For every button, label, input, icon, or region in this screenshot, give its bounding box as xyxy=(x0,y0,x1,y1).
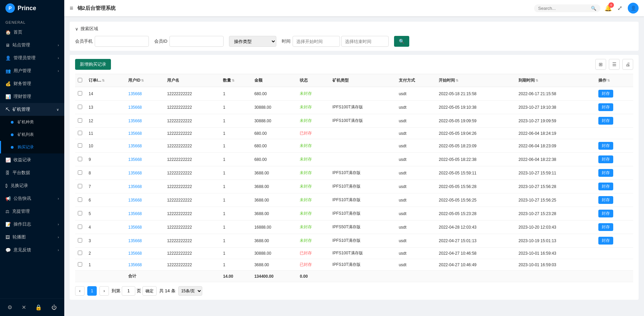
sort-icon: ⇅ xyxy=(607,79,610,82)
dot-icon-active xyxy=(11,146,14,149)
page-1-btn[interactable]: 1 xyxy=(87,286,97,296)
sidebar-item-deposit-mgmt[interactable]: ⚖ 充提管理 xyxy=(0,205,64,218)
operation-type-select[interactable]: 操作类型 xyxy=(229,36,276,47)
sidebar-item-platform-data[interactable]: 🗄 平台数据 xyxy=(0,166,64,179)
row-checkbox[interactable] xyxy=(78,197,82,202)
table-row: 1 135668 12222222222 1 3688.00 已封存 IPFS1… xyxy=(75,259,633,271)
row-checkbox[interactable] xyxy=(78,105,82,109)
row-checkbox[interactable] xyxy=(78,91,82,96)
row-checkbox[interactable] xyxy=(78,143,82,148)
sidebar-item-carousel[interactable]: 🖼 轮播图 › xyxy=(0,231,64,244)
row-order-id: 4 xyxy=(86,220,125,234)
close-icon[interactable]: ✕ xyxy=(20,303,27,312)
row-action: 封存 xyxy=(596,101,633,114)
action-btn[interactable]: 封存 xyxy=(598,169,613,177)
add-record-button[interactable]: 新增购买记录 xyxy=(75,59,111,70)
action-btn[interactable]: 封存 xyxy=(598,103,613,111)
avatar[interactable]: 👤 xyxy=(628,3,639,14)
dot-icon xyxy=(11,133,14,136)
header: ≡ 锦2后台管理系统 🔍 🔔 0 ⤢ 👤 xyxy=(64,0,644,16)
sidebar-item-feedback[interactable]: 💬 意见反馈 › xyxy=(0,244,64,256)
action-btn[interactable]: 封存 xyxy=(598,196,613,204)
print-btn[interactable]: 🖨 xyxy=(622,59,633,70)
row-status: 未封存 xyxy=(297,220,329,234)
action-btn[interactable]: 封存 xyxy=(598,117,613,125)
end-time-input[interactable] xyxy=(341,36,389,47)
select-all-checkbox[interactable] xyxy=(78,78,82,82)
search-input[interactable] xyxy=(538,6,589,11)
sidebar-item-user-mgmt[interactable]: 👥 用户管理 › xyxy=(0,64,64,77)
row-amount: 680.00 xyxy=(252,87,297,101)
power-icon[interactable]: ⏻ xyxy=(50,303,58,312)
row-check xyxy=(75,180,86,193)
action-btn[interactable]: 封存 xyxy=(598,142,613,150)
sidebar-item-admin-mgmt[interactable]: 👤 管理员管理 › xyxy=(0,51,64,64)
search-area: ∨ 搜索区域 会员手机 会员ID 操作类型 时间 xyxy=(70,22,639,51)
next-page-btn[interactable]: › xyxy=(99,286,109,296)
row-action: 封存 xyxy=(596,180,633,193)
row-checkbox[interactable] xyxy=(78,225,82,229)
sidebar-item-miner-mgmt[interactable]: ⛏ 矿机管理 ∨ xyxy=(0,103,64,116)
sidebar-item-miner-types[interactable]: 矿机种类 xyxy=(0,116,64,128)
row-amount: 680.00 xyxy=(252,153,297,166)
member-phone-input[interactable] xyxy=(95,36,149,47)
action-btn[interactable]: 封存 xyxy=(598,183,613,190)
column-view-btn[interactable]: ☰ xyxy=(609,59,620,70)
row-miner-type: IPFS10T满存版 xyxy=(330,180,396,193)
grid-view-btn[interactable]: ⊞ xyxy=(595,59,606,70)
row-order-id: 6 xyxy=(86,193,125,207)
sidebar-item-label: 矿机管理 xyxy=(13,106,30,112)
sidebar-item-purchase-records[interactable]: 购买记录 xyxy=(0,141,64,153)
row-start-time: 2022-04-27 10:46:49 xyxy=(436,259,516,271)
action-btn[interactable]: 封存 xyxy=(598,237,613,245)
action-btn[interactable]: 封存 xyxy=(598,155,613,163)
row-checkbox[interactable] xyxy=(78,131,82,135)
sidebar-item-wealth-mgmt[interactable]: 📊 理财管理 xyxy=(0,90,64,103)
row-start-time: 2022-05-05 15:56:28 xyxy=(436,180,516,193)
row-checkbox[interactable] xyxy=(78,118,82,123)
row-checkbox[interactable] xyxy=(78,157,82,161)
action-btn[interactable]: 封存 xyxy=(598,223,613,231)
row-username: 12222222222 xyxy=(164,207,220,220)
expand-btn[interactable]: ⤢ xyxy=(617,4,622,12)
member-id-input[interactable] xyxy=(169,36,224,47)
row-start-time: 2022-04-28 12:03:43 xyxy=(436,220,516,234)
sidebar-item-announcements[interactable]: 📢 公告快讯 › xyxy=(0,192,64,205)
sidebar-item-finance-mgmt[interactable]: 💰 财务管理 xyxy=(0,77,64,90)
notification-btn[interactable]: 🔔 0 xyxy=(604,4,612,12)
row-checkbox[interactable] xyxy=(78,251,82,255)
sidebar-item-operation-log[interactable]: 📝 操作日志 › xyxy=(0,218,64,231)
goto-confirm-btn[interactable]: 确定 xyxy=(142,286,157,296)
sidebar-item-earnings[interactable]: 📈 收益记录 xyxy=(0,153,64,166)
search-icon[interactable]: 🔍 xyxy=(591,6,596,11)
page-goto: 到第 页 确定 xyxy=(112,286,157,296)
sidebar-item-home[interactable]: 🏠 首页 xyxy=(0,26,64,39)
start-time-input[interactable] xyxy=(293,36,340,47)
page-size-select[interactable]: 15条/页 30条/页 50条/页 xyxy=(178,286,202,296)
table-area: 新增购买记录 ⊞ ☰ 🖨 订单I...⇅ 用户ID⇅ 用户名 数量⇅ 金额 xyxy=(70,55,639,300)
row-amount: 3688.00 xyxy=(252,259,297,271)
row-action: 封存 xyxy=(596,139,633,153)
row-checkbox[interactable] xyxy=(78,170,82,175)
sidebar-item-miner-list[interactable]: 矿机列表 xyxy=(0,128,64,141)
sidebar-item-site-mgmt[interactable]: 🖥 站点管理 › xyxy=(0,39,64,51)
search-button[interactable]: 🔍 xyxy=(394,36,409,47)
th-status: 状态 xyxy=(297,74,329,87)
row-checkbox[interactable] xyxy=(78,238,82,243)
menu-toggle-icon[interactable]: ≡ xyxy=(70,5,73,12)
row-status: 未封存 xyxy=(297,180,329,193)
goto-page-input[interactable] xyxy=(122,286,135,296)
row-check xyxy=(75,207,86,220)
sidebar-item-exchange-records[interactable]: ₿ 兑换记录 xyxy=(0,179,64,192)
row-checkbox[interactable] xyxy=(78,262,82,267)
row-checkbox[interactable] xyxy=(78,211,82,215)
lock-icon[interactable]: 🔒 xyxy=(34,303,43,312)
row-checkbox[interactable] xyxy=(78,184,82,188)
action-btn[interactable]: 封存 xyxy=(598,210,613,217)
search-area-toggle[interactable]: ∨ 搜索区域 xyxy=(75,26,633,32)
sort-icon: ⇅ xyxy=(141,79,144,82)
action-btn[interactable]: 封存 xyxy=(598,90,613,98)
row-quantity: 1 xyxy=(220,166,252,180)
prev-page-btn[interactable]: ‹ xyxy=(75,286,85,296)
settings-icon[interactable]: ⚙ xyxy=(6,303,14,312)
